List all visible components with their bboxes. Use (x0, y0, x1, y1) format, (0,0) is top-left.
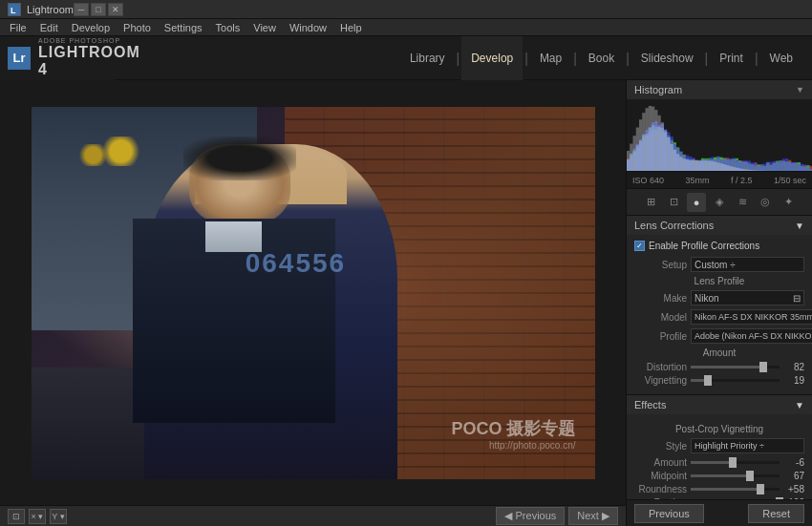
close-button[interactable]: ✕ (108, 3, 123, 16)
menu-photo[interactable]: Photo (118, 19, 157, 35)
watermark-url: http://photo.poco.cn/ (451, 440, 575, 451)
model-value: Nikon AF-S DX NIKKOR 35mm... (694, 312, 812, 322)
reset-button[interactable]: Reset (748, 504, 804, 523)
photo-container: 064556 POCO 摄影专题 http://photo.poco.cn/ (0, 80, 626, 505)
app-icon: L (8, 3, 21, 16)
y-control[interactable]: Y ▾ (50, 509, 67, 524)
tab-web[interactable]: Web (760, 36, 802, 80)
tab-library[interactable]: Library (400, 36, 455, 80)
app-logo: Lr ADOBE PHOTOSHOP LIGHTROOM 4 (0, 36, 115, 80)
post-crop-label: Post-Crop Vignetting (634, 424, 804, 434)
nav-sep-6: | (755, 51, 759, 66)
nav-sep-5: | (705, 51, 709, 66)
window-controls: ─ □ ✕ (74, 3, 123, 16)
effects-arrow: ▼ (795, 400, 804, 410)
tools-row: ⊞ ⊡ ● ◈ ≋ ◎ ✦ (627, 189, 812, 216)
tab-book[interactable]: Book (579, 36, 624, 80)
roundness-thumb[interactable] (757, 484, 764, 494)
maximize-button[interactable]: □ (91, 3, 106, 16)
lens-section-arrow: ▼ (795, 221, 804, 231)
adjust-tool-icon[interactable]: ● (687, 193, 706, 212)
svg-text:L: L (11, 6, 16, 15)
photo-toolbar: ⊡ × ▾ Y ▾ ◀ Previous Next ▶ (0, 505, 626, 526)
histogram-section: Histogram ▼ ISO 640 35mm f / 2.5 1/50 se… (627, 80, 812, 189)
setup-label: Setup (634, 260, 687, 270)
color-tool-icon[interactable]: ◈ (710, 193, 729, 212)
menu-edit[interactable]: Edit (34, 19, 64, 35)
titlebar: L Lightroom ─ □ ✕ (0, 0, 812, 19)
menu-window[interactable]: Window (284, 19, 332, 35)
nav-buttons: ◀ Previous Next ▶ (496, 507, 618, 525)
midpoint-slider[interactable] (691, 474, 780, 477)
vignetting-value: 19 (783, 375, 804, 386)
crop-tool[interactable]: ⊡ (8, 509, 25, 524)
menu-file[interactable]: File (4, 19, 32, 35)
prev-button[interactable]: ◀ Previous (496, 507, 565, 525)
menu-develop[interactable]: Develop (66, 19, 116, 35)
model-dropdown[interactable]: Nikon AF-S DX NIKKOR 35mm... ⊟ (691, 309, 812, 325)
setup-dropdown[interactable]: Custom ÷ (691, 257, 804, 272)
effects-tool-icon[interactable]: ✦ (779, 193, 798, 212)
lens-profile-label: Lens Profile (634, 276, 804, 286)
minimize-button[interactable]: ─ (74, 3, 89, 16)
distortion-slider[interactable] (691, 366, 780, 368)
style-label: Style (634, 441, 687, 452)
detail-tool-icon[interactable]: ≋ (733, 193, 752, 212)
midpoint-fill (691, 474, 750, 477)
aperture-value: f / 2.5 (731, 176, 753, 185)
enable-profile-row: ✓ Enable Profile Corrections (634, 241, 804, 251)
histogram-label: Histogram (634, 84, 682, 95)
focal-value: 35mm (686, 176, 710, 185)
nav-sep-1: | (457, 51, 460, 66)
effects-title: Effects (634, 399, 666, 410)
right-panel: Histogram ▼ ISO 640 35mm f / 2.5 1/50 se… (626, 80, 812, 526)
app-header: Lr ADOBE PHOTOSHOP LIGHTROOM 4 Library |… (0, 36, 812, 80)
effects-header[interactable]: Effects ▼ (627, 395, 812, 414)
x-control[interactable]: × ▾ (29, 509, 46, 524)
setup-row: Setup Custom ÷ (634, 257, 804, 272)
lens-corrections-content: ✓ Enable Profile Corrections Setup Custo… (627, 235, 812, 394)
distortion-thumb[interactable] (759, 362, 767, 372)
lens-corrections-section: Lens Corrections ▼ ✓ Enable Profile Corr… (627, 216, 812, 395)
vignetting-thumb[interactable] (704, 375, 712, 386)
distortion-row: Distortion 82 (634, 362, 804, 372)
roundness-row: Roundness +58 (634, 484, 804, 494)
midpoint-thumb[interactable] (746, 471, 754, 481)
bottom-nav: Previous Reset (627, 499, 812, 526)
amount-label: Amount (634, 347, 804, 358)
lens-corrections-header[interactable]: Lens Corrections ▼ (627, 216, 812, 235)
menu-tools[interactable]: Tools (210, 19, 246, 35)
feather-thumb[interactable] (776, 497, 783, 499)
profile-dropdown[interactable]: Adobe (Nikon AF-S DX NIKKO... ⊟ (691, 328, 812, 344)
menu-help[interactable]: Help (334, 19, 368, 35)
midpoint-value: 67 (783, 471, 804, 481)
make-dropdown[interactable]: Nikon ⊟ (691, 290, 804, 305)
vignetting-row: Vignetting 19 (634, 375, 804, 386)
style-dropdown[interactable]: Highlight Priority ÷ (691, 438, 804, 453)
tab-print[interactable]: Print (710, 36, 753, 80)
profile-label: Profile (634, 331, 687, 342)
photo-background: 064556 POCO 摄影专题 http://photo.poco.cn/ (32, 107, 595, 479)
tab-map[interactable]: Map (530, 36, 571, 80)
tab-slideshow[interactable]: Slideshow (631, 36, 703, 80)
enable-profile-checkbox[interactable]: ✓ (634, 241, 645, 251)
histogram-expand-icon[interactable]: ▼ (796, 85, 804, 95)
style-row: Style Highlight Priority ÷ (634, 438, 804, 453)
amount-slider[interactable] (691, 461, 780, 464)
lens-tool-icon[interactable]: ◎ (756, 193, 775, 212)
crop-tool-icon[interactable]: ⊡ (664, 193, 683, 212)
histogram-tool-icon[interactable]: ⊞ (641, 193, 660, 212)
tab-develop[interactable]: Develop (461, 36, 523, 80)
next-button[interactable]: Next ▶ (568, 507, 618, 525)
model-label: Model (634, 312, 687, 323)
distortion-value: 82 (783, 362, 804, 372)
vignetting-slider[interactable] (691, 379, 780, 382)
previous-button[interactable]: Previous (634, 504, 704, 523)
menu-view[interactable]: View (247, 19, 282, 35)
make-value: Nikon (694, 293, 719, 304)
amount-thumb[interactable] (729, 457, 737, 468)
menu-settings[interactable]: Settings (159, 19, 208, 35)
profile-value: Adobe (Nikon AF-S DX NIKKO... (694, 331, 812, 341)
roundness-label: Roundness (634, 484, 687, 494)
roundness-slider[interactable] (691, 488, 780, 491)
